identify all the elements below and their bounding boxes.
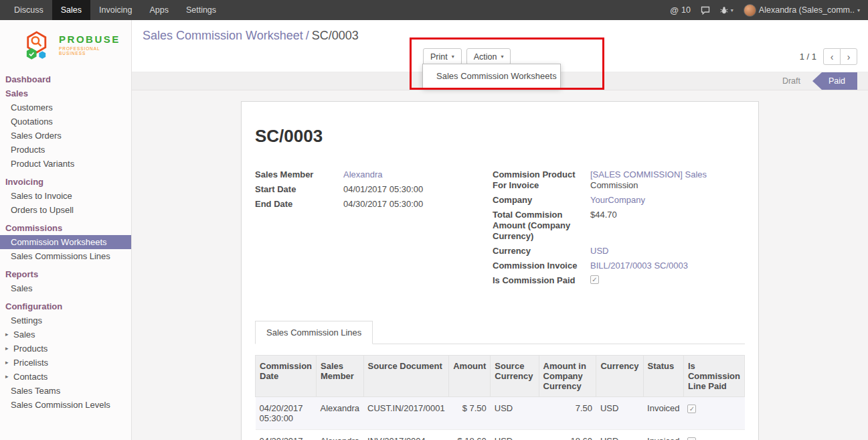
notebook-tabs: Sales Commission Lines xyxy=(255,321,745,344)
column-header-status[interactable]: Status xyxy=(643,356,683,397)
commission-product-rest: Commission xyxy=(590,180,638,190)
sidebar-section-reports[interactable]: Reports xyxy=(0,267,131,281)
field-sales-member: Sales Member Alexandra xyxy=(255,169,493,180)
sidebar-item-label: Contacts xyxy=(13,371,48,382)
column-header-commission-date[interactable]: Commission Date xyxy=(256,356,317,397)
status-paid[interactable]: Paid xyxy=(812,72,857,90)
field-label: Total Commision Amount (Company Currency… xyxy=(493,210,590,242)
pager-previous-button[interactable]: ‹ xyxy=(823,48,841,65)
app-logo[interactable]: PROBUSE PROFESSIONAL BUSINESS xyxy=(0,20,131,70)
pager-buttons: ‹ › xyxy=(823,48,857,65)
breadcrumb-separator: / xyxy=(306,29,309,42)
user-menu[interactable]: Alexandra (Sales_comm.. ▾ xyxy=(744,4,860,17)
field-start-date: Start Date 04/01/2017 05:30:00 xyxy=(255,184,493,195)
sidebar-item-products[interactable]: Products xyxy=(0,143,131,157)
sidebar-item-commission-worksheets[interactable]: Commission Worksheets xyxy=(0,235,131,249)
column-header-source-document[interactable]: Source Document xyxy=(363,356,449,397)
column-header-source-currency[interactable]: Source Currency xyxy=(491,356,539,397)
avatar xyxy=(744,4,756,17)
sidebar-section-configuration[interactable]: Configuration xyxy=(0,299,131,313)
checkbox-checked-icon: ✓ xyxy=(687,437,696,440)
topbar-menu-settings[interactable]: Settings xyxy=(177,0,225,20)
chevron-right-icon: ▸ xyxy=(5,329,11,340)
sidebar-item-customers[interactable]: Customers xyxy=(0,100,131,115)
sidebar-item-orders-to-upsell[interactable]: Orders to Upsell xyxy=(0,203,131,217)
topbar-menu-invoicing[interactable]: Invoicing xyxy=(90,0,141,20)
action-button[interactable]: Action ▾ xyxy=(466,48,511,65)
breadcrumb-parent[interactable]: Sales Commission Worksheet xyxy=(143,29,303,42)
sidebar-section-commissions[interactable]: Commissions xyxy=(0,221,131,235)
column-header-amount-company[interactable]: Amount in Company Currency xyxy=(539,356,596,397)
field-label: Company xyxy=(493,195,590,206)
table-row[interactable]: 04/20/2017 05:30:00 Alexandra INV/2017/0… xyxy=(256,430,745,440)
action-button-label: Action xyxy=(474,52,497,62)
sidebar-section-sales[interactable]: Sales xyxy=(0,86,131,100)
field-end-date: End Date 04/30/2017 05:30:00 xyxy=(255,199,493,210)
chevron-down-icon: ▾ xyxy=(452,54,454,60)
commission-product-link[interactable]: [SALES COMMISSION] Sales xyxy=(590,169,707,179)
cell-status: Invoiced xyxy=(643,430,683,440)
checkbox-checked-icon: ✓ xyxy=(590,275,599,284)
field-commission-product: Commision Product For Invoice [SALES COM… xyxy=(493,169,745,191)
sidebar-item-product-variants[interactable]: Product Variants xyxy=(0,157,131,171)
column-header-currency[interactable]: Currency xyxy=(596,356,643,397)
field-value-commission-invoice[interactable]: BILL/2017/0003 SC/0003 xyxy=(590,261,688,271)
field-value-currency[interactable]: USD xyxy=(590,246,608,256)
sidebar-item-sales-to-invoice[interactable]: Sales to Invoice xyxy=(0,189,131,203)
chevron-right-icon: ▸ xyxy=(5,357,11,368)
sidebar-item-sales-orders[interactable]: Sales Orders xyxy=(0,129,131,143)
status-draft[interactable]: Draft xyxy=(770,72,812,90)
table-row[interactable]: 04/20/2017 05:30:00 Alexandra CUST.IN/20… xyxy=(256,397,745,430)
sidebar-item-sales-report[interactable]: Sales xyxy=(0,281,131,295)
cell-line-paid: ✓ xyxy=(683,397,744,430)
dropdown-item-sales-commission-worksheets[interactable]: Sales Commission Worksheets xyxy=(423,67,560,85)
sidebar-item-label: Settings xyxy=(11,315,42,326)
sidebar-item-settings[interactable]: Settings xyxy=(0,313,131,327)
topbar-menu-discuss[interactable]: Discuss xyxy=(5,0,52,20)
sidebar-item-quotations[interactable]: Quotations xyxy=(0,115,131,129)
activities-icon: @ xyxy=(670,5,679,15)
logo-subtitle: PROFESSIONAL BUSINESS xyxy=(59,46,127,56)
field-company: Company YourCompany xyxy=(493,195,745,206)
toolbar-buttons: Print ▾ Action ▾ xyxy=(423,48,511,65)
column-header-sales-member[interactable]: Sales Member xyxy=(317,356,364,397)
topbar-systray: @ 10 ▾ Alexandra (Sales_comm.. ▾ xyxy=(670,0,868,20)
messages-menu[interactable] xyxy=(701,6,710,15)
pager-next-button[interactable]: › xyxy=(840,48,857,65)
sidebar-item-dashboard[interactable]: Dashboard xyxy=(0,72,131,86)
message-bubble-icon xyxy=(701,6,710,15)
sidebar-item-products-config[interactable]: ▸Products xyxy=(0,342,131,356)
field-label: Is Commission Paid xyxy=(493,275,590,286)
field-currency: Currency USD xyxy=(493,246,745,256)
sidebar-item-sales-commissions-lines[interactable]: Sales Commissions Lines xyxy=(0,249,131,263)
tab-sales-commission-lines[interactable]: Sales Commission Lines xyxy=(255,321,373,344)
field-groups: Sales Member Alexandra Start Date 04/01/… xyxy=(255,169,745,290)
field-group-left: Sales Member Alexandra Start Date 04/01/… xyxy=(255,169,493,290)
chevron-right-icon: ▸ xyxy=(5,343,11,354)
sidebar-item-label: Sales to Invoice xyxy=(11,190,72,202)
sidebar-item-sales-config[interactable]: ▸Sales xyxy=(0,327,131,342)
sidebar-item-pricelists[interactable]: ▸Pricelists xyxy=(0,356,131,370)
print-button[interactable]: Print ▾ xyxy=(423,48,462,65)
sidebar-item-label: Customers xyxy=(11,102,53,113)
sidebar-section-invoicing[interactable]: Invoicing xyxy=(0,175,131,189)
chevron-right-icon: › xyxy=(847,52,851,62)
topbar-menu-apps[interactable]: Apps xyxy=(141,0,177,20)
field-is-commission-paid: Is Commission Paid ✓ xyxy=(493,275,745,286)
column-header-line-paid[interactable]: Is Commission Line Paid xyxy=(683,356,744,397)
field-value-company[interactable]: YourCompany xyxy=(590,195,645,206)
cell-source-document: CUST.IN/2017/0001 xyxy=(363,397,449,430)
sidebar-item-sales-teams[interactable]: Sales Teams xyxy=(0,384,131,398)
topbar-menu-sales[interactable]: Sales xyxy=(52,0,90,20)
cell-amount: $ 7.50 xyxy=(449,397,491,430)
sidebar-item-label: Quotations xyxy=(11,116,53,127)
field-label: Currency xyxy=(493,246,590,256)
activities-menu[interactable]: @ 10 xyxy=(670,5,691,15)
chevron-left-icon: ‹ xyxy=(831,52,834,62)
field-value-sales-member[interactable]: Alexandra xyxy=(343,169,383,180)
sidebar-item-sales-commission-levels[interactable]: Sales Commission Levels xyxy=(0,398,131,412)
pager: 1 / 1 ‹ › xyxy=(800,48,857,65)
sidebar-item-contacts[interactable]: ▸Contacts xyxy=(0,370,131,384)
column-header-amount[interactable]: Amount xyxy=(449,356,491,397)
debug-menu[interactable]: ▾ xyxy=(720,6,733,14)
